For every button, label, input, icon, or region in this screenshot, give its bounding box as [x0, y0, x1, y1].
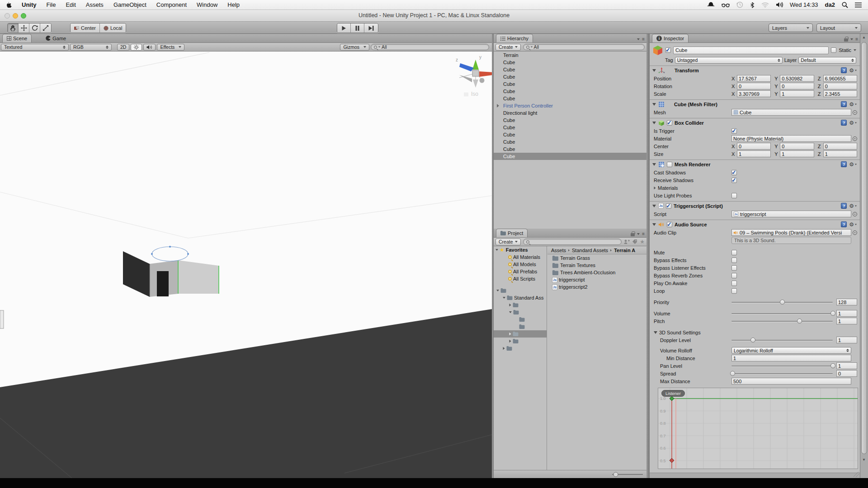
fold-icon[interactable] — [652, 69, 656, 72]
fold-open-icon[interactable] — [495, 249, 498, 251]
cast-shadows-checkbox[interactable] — [731, 170, 737, 175]
hierarchy-search-field[interactable]: All — [523, 44, 645, 50]
bypass-listener-checkbox[interactable] — [731, 265, 737, 271]
thumbnail-size-slider[interactable] — [613, 472, 618, 477]
lock-icon[interactable] — [631, 233, 635, 236]
pivot-center-button[interactable]: Center — [71, 23, 100, 33]
menu-help[interactable]: Help — [222, 0, 245, 10]
size-x-field[interactable]: 1 — [737, 150, 771, 157]
volume-slider[interactable] — [731, 310, 833, 316]
tag-dropdown[interactable]: Untagged — [675, 57, 783, 64]
object-picker-icon[interactable] — [853, 212, 857, 216]
gear-icon[interactable]: ⚙ — [849, 222, 857, 227]
scene-viewport[interactable]: y z x Iso — [0, 52, 492, 478]
tab-scene[interactable]: Scene — [2, 34, 32, 42]
hierarchy-item[interactable]: Cube — [494, 95, 646, 102]
help-icon[interactable]: ? — [841, 120, 847, 126]
tab-dropdown-icon[interactable] — [637, 38, 640, 40]
project-inspector-splitter[interactable] — [646, 34, 650, 478]
asset-file-script[interactable]: Js triggerscript — [547, 276, 646, 283]
component-enabled-checkbox[interactable] — [667, 162, 672, 167]
tab-project[interactable]: Project — [496, 229, 528, 237]
tab-inspector[interactable]: i Inspector — [652, 34, 689, 42]
static-dropdown-icon[interactable] — [854, 49, 856, 51]
favorites-root[interactable]: ★ Favorites — [494, 246, 547, 253]
scale-tool-button[interactable] — [40, 23, 51, 33]
scroll-up-arrow[interactable]: ▲ — [862, 35, 866, 39]
scale-y-field[interactable]: 1 — [780, 90, 814, 97]
fold-icon[interactable] — [652, 223, 656, 226]
breadcrumb-segment[interactable]: Standard Assets — [572, 248, 608, 253]
center-z-field[interactable]: 0 — [823, 143, 857, 150]
step-button[interactable] — [364, 23, 378, 33]
scene-audio-toggle[interactable] — [143, 44, 156, 51]
component-enabled-checkbox[interactable] — [667, 120, 672, 126]
timemachine-status-icon[interactable] — [736, 1, 743, 8]
hierarchy-create-button[interactable]: Create — [495, 44, 521, 51]
tab-menu-icon[interactable]: ≡ — [855, 37, 858, 42]
shading-mode-dropdown[interactable]: Textured — [1, 44, 69, 51]
object-picker-icon[interactable] — [853, 136, 857, 141]
help-icon[interactable]: ? — [841, 161, 847, 167]
object-picker-icon[interactable] — [853, 110, 857, 115]
receive-shadows-checkbox[interactable] — [731, 178, 737, 183]
is-trigger-checkbox[interactable] — [731, 128, 737, 134]
size-y-field[interactable]: 1 — [780, 150, 814, 157]
gear-icon[interactable]: ⚙ — [849, 162, 857, 167]
bypass-reverb-checkbox[interactable] — [731, 273, 737, 278]
move-tool-button[interactable] — [19, 23, 29, 33]
window-resize-grip[interactable] — [854, 472, 859, 477]
project-search-field[interactable] — [523, 239, 622, 245]
pitch-slider[interactable] — [731, 318, 833, 324]
hierarchy-item[interactable]: Cube — [494, 80, 646, 88]
play-on-awake-checkbox[interactable] — [731, 281, 737, 286]
gear-icon[interactable]: ⚙ — [849, 102, 857, 107]
fold-icon[interactable] — [652, 103, 656, 106]
bluetooth-status-icon[interactable] — [750, 2, 755, 8]
hierarchy-item-selected[interactable]: Cube — [494, 153, 646, 160]
menu-assets[interactable]: Assets — [81, 0, 108, 10]
help-icon[interactable]: ? — [841, 101, 847, 107]
search-by-label-icon[interactable] — [632, 239, 637, 244]
volume-value-field[interactable]: 1 — [836, 310, 857, 317]
gear-icon[interactable]: ⚙ — [849, 68, 857, 73]
fold-icon[interactable] — [652, 163, 656, 166]
favorite-item[interactable]: All Scripts — [494, 275, 547, 282]
project-create-button[interactable]: Create — [495, 239, 521, 245]
asset-file[interactable]: Terrain Grass — [547, 254, 646, 262]
asset-file[interactable]: Trees Ambient-Occlusion — [547, 269, 646, 276]
spread-value-field[interactable]: 0 — [836, 370, 857, 377]
position-x-field[interactable]: 17.5267 — [737, 75, 771, 82]
component-enabled-checkbox[interactable] — [666, 203, 671, 209]
doppler-slider[interactable] — [731, 337, 833, 343]
scroll-down-arrow[interactable]: ▼ — [862, 458, 866, 462]
position-y-field[interactable]: 0.530982 — [780, 75, 814, 82]
tree-item[interactable] — [494, 301, 547, 309]
pan-level-value-field[interactable]: 1 — [836, 362, 857, 369]
hierarchy-item[interactable]: Cube — [494, 117, 646, 124]
hierarchy-item[interactable]: Cube — [494, 73, 646, 80]
volume-status-icon[interactable] — [776, 2, 783, 8]
tab-dropdown-icon[interactable] — [637, 233, 640, 235]
apple-menu-icon[interactable] — [6, 1, 12, 8]
inspector-scrollbar[interactable]: ▲ ▼ — [860, 34, 868, 478]
layer-dropdown[interactable]: Default — [798, 57, 856, 64]
expand-arrow-icon[interactable] — [497, 104, 499, 108]
object-picker-icon[interactable] — [853, 230, 857, 235]
hierarchy-item[interactable]: Cube — [494, 124, 646, 131]
tree-item[interactable] — [494, 323, 547, 330]
doppler-value-field[interactable]: 1 — [836, 337, 857, 343]
rotation-local-button[interactable]: Local — [100, 23, 126, 33]
rolloff-graph[interactable]: 1.0 0.9 0.8 0.7 0.6 0.5 Listener — [658, 388, 858, 469]
tree-item[interactable] — [494, 309, 547, 316]
fold-closed-icon[interactable] — [503, 347, 505, 350]
tab-dropdown-icon[interactable] — [850, 38, 853, 40]
hierarchy-item[interactable]: Cube — [494, 59, 646, 66]
hierarchy-item[interactable]: Cube — [494, 138, 646, 145]
hand-tool-button[interactable] — [8, 23, 19, 33]
menu-window[interactable]: Window — [192, 0, 222, 10]
lock-icon[interactable] — [844, 38, 848, 42]
pan-level-slider[interactable] — [731, 363, 833, 369]
loop-checkbox[interactable] — [731, 288, 737, 294]
pitch-value-field[interactable]: 1 — [836, 318, 857, 324]
